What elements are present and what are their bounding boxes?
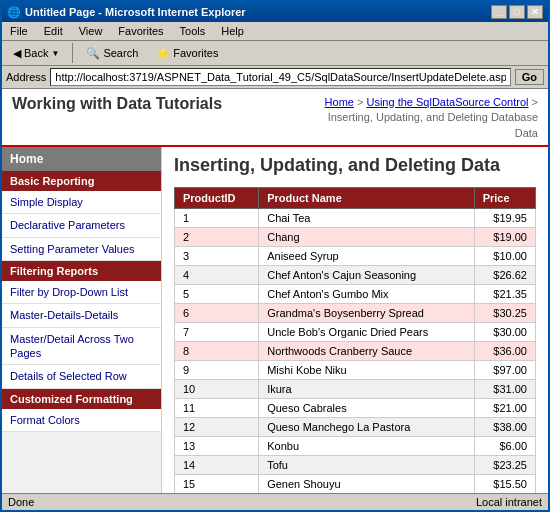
table-row: 14Tofu$23.25 <box>175 455 536 474</box>
address-label: Address <box>6 71 46 83</box>
maximize-button[interactable]: □ <box>509 5 525 19</box>
cell-product-price: $21.35 <box>474 284 535 303</box>
cell-product-id: 15 <box>175 474 259 493</box>
cell-product-name: Northwoods Cranberry Sauce <box>259 341 475 360</box>
table-row: 6Grandma's Boysenberry Spread$30.25 <box>175 303 536 322</box>
table-row: 12Queso Manchego La Pastora$38.00 <box>175 417 536 436</box>
cell-product-name: Chang <box>259 227 475 246</box>
cell-product-id: 2 <box>175 227 259 246</box>
toolbar-separator-1 <box>72 43 73 63</box>
content-area: Inserting, Updating, and Deleting Data P… <box>162 147 548 493</box>
sidebar-section-basic-reporting: Basic Reporting <box>2 171 161 191</box>
cell-product-name: Queso Manchego La Pastora <box>259 417 475 436</box>
table-row: 11Queso Cabrales$21.00 <box>175 398 536 417</box>
title-bar: 🌐 Untitled Page - Microsoft Internet Exp… <box>2 2 548 22</box>
toolbar: ◀ Back ▼ 🔍 Search ⭐ Favorites <box>2 41 548 66</box>
window-title: Untitled Page - Microsoft Internet Explo… <box>25 6 246 18</box>
cell-product-name: Grandma's Boysenberry Spread <box>259 303 475 322</box>
sidebar-section-filtering: Filtering Reports <box>2 261 161 281</box>
cell-product-price: $19.95 <box>474 208 535 227</box>
sidebar-item-details-row[interactable]: Details of Selected Row <box>2 365 161 388</box>
table-row: 9Mishi Kobe Niku$97.00 <box>175 360 536 379</box>
sidebar-section-customized: Customized Formatting <box>2 389 161 409</box>
address-input[interactable] <box>50 68 510 86</box>
col-header-name: Product Name <box>259 187 475 208</box>
menu-view[interactable]: View <box>75 24 107 38</box>
menu-file[interactable]: File <box>6 24 32 38</box>
main-layout: Home Basic Reporting Simple Display Decl… <box>2 147 548 493</box>
cell-product-price: $30.25 <box>474 303 535 322</box>
back-button[interactable]: ◀ Back ▼ <box>6 45 66 62</box>
cell-product-price: $31.00 <box>474 379 535 398</box>
sidebar-item-format-colors[interactable]: Format Colors <box>2 409 161 432</box>
cell-product-id: 8 <box>175 341 259 360</box>
menu-bar: File Edit View Favorites Tools Help <box>2 22 548 41</box>
title-bar-left: 🌐 Untitled Page - Microsoft Internet Exp… <box>7 6 246 19</box>
cell-product-name: Chef Anton's Gumbo Mix <box>259 284 475 303</box>
cell-product-id: 5 <box>175 284 259 303</box>
sidebar-item-filter-dropdown[interactable]: Filter by Drop-Down List <box>2 281 161 304</box>
go-button[interactable]: Go <box>515 69 544 85</box>
cell-product-name: Tofu <box>259 455 475 474</box>
cell-product-id: 7 <box>175 322 259 341</box>
breadcrumb: Home > Using the SqlDataSource Control >… <box>318 95 538 141</box>
cell-product-price: $6.00 <box>474 436 535 455</box>
menu-tools[interactable]: Tools <box>176 24 210 38</box>
sidebar-item-setting-params[interactable]: Setting Parameter Values <box>2 238 161 261</box>
table-row: 13Konbu$6.00 <box>175 436 536 455</box>
cell-product-price: $10.00 <box>474 246 535 265</box>
cell-product-name: Mishi Kobe Niku <box>259 360 475 379</box>
page-content: Working with Data Tutorials Home > Using… <box>2 89 548 493</box>
cell-product-price: $21.00 <box>474 398 535 417</box>
browser-icon: 🌐 <box>7 6 21 19</box>
cell-product-price: $38.00 <box>474 417 535 436</box>
table-row: 1Chai Tea$19.95 <box>175 208 536 227</box>
content-title: Inserting, Updating, and Deleting Data <box>174 155 536 177</box>
sidebar-item-simple-display[interactable]: Simple Display <box>2 191 161 214</box>
close-button[interactable]: ✕ <box>527 5 543 19</box>
window-frame: 🌐 Untitled Page - Microsoft Internet Exp… <box>0 0 550 512</box>
sidebar-item-master-detail-two[interactable]: Master/Detail Across Two Pages <box>2 328 161 366</box>
page-header: Working with Data Tutorials Home > Using… <box>2 89 548 147</box>
cell-product-price: $23.25 <box>474 455 535 474</box>
menu-favorites[interactable]: Favorites <box>114 24 167 38</box>
cell-product-name: Chef Anton's Cajun Seasoning <box>259 265 475 284</box>
cell-product-id: 11 <box>175 398 259 417</box>
address-bar: Address Go <box>2 66 548 89</box>
window-controls: _ □ ✕ <box>491 5 543 19</box>
cell-product-price: $36.00 <box>474 341 535 360</box>
site-title: Working with Data Tutorials <box>12 95 222 113</box>
status-right: Local intranet <box>476 496 542 508</box>
breadcrumb-link1[interactable]: Using the SqlDataSource Control <box>366 96 528 108</box>
cell-product-name: Ikura <box>259 379 475 398</box>
cell-product-price: $26.62 <box>474 265 535 284</box>
cell-product-id: 10 <box>175 379 259 398</box>
menu-edit[interactable]: Edit <box>40 24 67 38</box>
table-row: 8Northwoods Cranberry Sauce$36.00 <box>175 341 536 360</box>
data-table: ProductID Product Name Price 1Chai Tea$1… <box>174 187 536 493</box>
cell-product-price: $15.50 <box>474 474 535 493</box>
cell-product-id: 9 <box>175 360 259 379</box>
col-header-id: ProductID <box>175 187 259 208</box>
sidebar-item-master-details[interactable]: Master-Details-Details <box>2 304 161 327</box>
sidebar: Home Basic Reporting Simple Display Decl… <box>2 147 162 493</box>
minimize-button[interactable]: _ <box>491 5 507 19</box>
cell-product-id: 14 <box>175 455 259 474</box>
favorites-button[interactable]: ⭐ Favorites <box>149 45 225 62</box>
col-header-price: Price <box>474 187 535 208</box>
table-row: 15Genen Shouyu$15.50 <box>175 474 536 493</box>
cell-product-name: Uncle Bob's Organic Dried Pears <box>259 322 475 341</box>
breadcrumb-home[interactable]: Home <box>325 96 354 108</box>
cell-product-name: Queso Cabrales <box>259 398 475 417</box>
table-row: 2Chang$19.00 <box>175 227 536 246</box>
search-button[interactable]: 🔍 Search <box>79 45 145 62</box>
table-row: 7Uncle Bob's Organic Dried Pears$30.00 <box>175 322 536 341</box>
table-row: 10Ikura$31.00 <box>175 379 536 398</box>
cell-product-id: 4 <box>175 265 259 284</box>
cell-product-id: 3 <box>175 246 259 265</box>
sidebar-item-declarative-params[interactable]: Declarative Parameters <box>2 214 161 237</box>
menu-help[interactable]: Help <box>217 24 248 38</box>
cell-product-id: 12 <box>175 417 259 436</box>
cell-product-price: $19.00 <box>474 227 535 246</box>
sidebar-home[interactable]: Home <box>2 147 161 171</box>
